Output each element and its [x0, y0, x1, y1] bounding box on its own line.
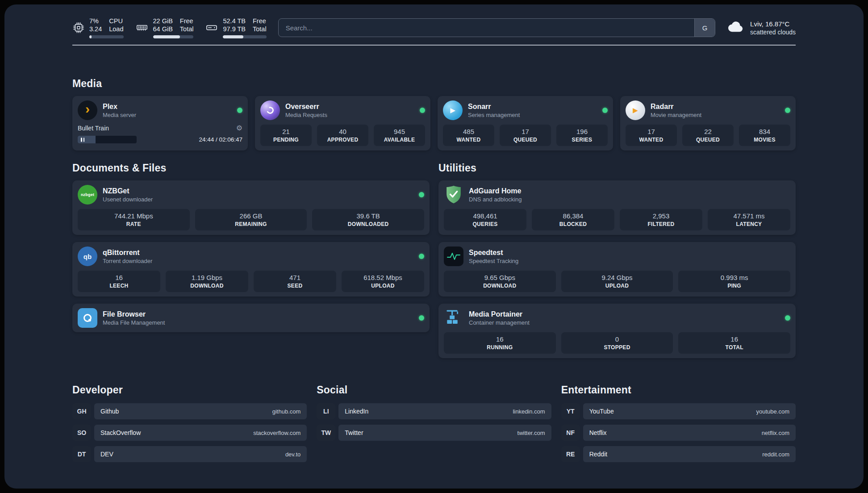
- plex-icon: ›: [78, 100, 97, 120]
- section-entertainment: Entertainment YT YouTube youtube.com NF …: [561, 384, 796, 462]
- pause-icon[interactable]: [81, 138, 84, 142]
- service-name: Sonarr: [468, 103, 520, 111]
- section-developer: Developer GH Github github.com SO StackO…: [72, 384, 307, 462]
- gear-icon[interactable]: ⚙: [236, 124, 242, 132]
- nzbget-icon: nzbget: [78, 185, 97, 205]
- bookmark-abbr: TW: [317, 425, 335, 441]
- weather-condition: scattered clouds: [750, 29, 796, 36]
- sonarr-icon: ▶: [443, 100, 463, 120]
- stat-pending: 21 PENDING: [260, 125, 312, 146]
- bookmark-url: reddit.com: [762, 451, 789, 458]
- bookmark-url: netflix.com: [762, 430, 789, 436]
- search-input[interactable]: [279, 19, 694, 37]
- weather-location: Lviv, 16.87°C: [750, 20, 796, 28]
- service-name: File Browser: [103, 310, 165, 318]
- service-card-qbittorrent[interactable]: qb qBittorrent Torrent downloader 16 LEE…: [72, 242, 430, 297]
- dashboard-panel: 7%3.24 CPULoad: [4, 4, 864, 489]
- section-utilities: Utilities: [438, 162, 796, 358]
- cpu-monitor: 7%3.24 CPULoad: [72, 17, 124, 38]
- bookmark-github[interactable]: GH Github github.com: [72, 403, 307, 419]
- service-card-adguard[interactable]: AdGuard Home DNS and adblocking 498,461 …: [438, 180, 796, 235]
- memory-progress-bar: [153, 35, 194, 38]
- status-dot: [785, 108, 790, 113]
- service-name: AdGuard Home: [469, 187, 522, 195]
- stat-running: 16 RUNNING: [444, 332, 556, 354]
- system-monitors: 7%3.24 CPULoad: [72, 17, 267, 38]
- service-name: NZBGet: [103, 187, 153, 195]
- service-name: Plex: [103, 103, 136, 111]
- stat-download: 9.65 Gbps DOWNLOAD: [444, 271, 556, 292]
- bookmark-stackoverflow[interactable]: SO StackOverflow stackoverflow.com: [72, 425, 307, 441]
- disk-progress-bar: [223, 35, 266, 38]
- stat-wanted: 17 WANTED: [626, 125, 677, 146]
- service-desc: Usenet downloader: [103, 196, 153, 203]
- bookmark-name: Github: [100, 408, 119, 415]
- status-dot: [419, 254, 424, 259]
- cpu-values: 7%3.24: [89, 17, 102, 33]
- search-provider-button[interactable]: G: [694, 19, 715, 37]
- stat-remaining: 266 GB REMAINING: [195, 209, 307, 230]
- filebrowser-icon: [78, 308, 97, 328]
- radarr-icon: ▶: [626, 100, 645, 120]
- bookmark-name: Twitter: [345, 429, 363, 436]
- stat-series: 196 SERIES: [556, 125, 608, 146]
- stat-blocked: 86,384 BLOCKED: [532, 209, 614, 230]
- bookmark-url: stackoverflow.com: [253, 430, 300, 436]
- service-card-filebrowser[interactable]: File Browser Media File Management: [72, 304, 430, 332]
- service-card-portainer[interactable]: Media Portainer Container management 16 …: [438, 304, 796, 358]
- playback-progress-bar[interactable]: [78, 136, 137, 143]
- stat-movies: 834 MOVIES: [739, 125, 790, 146]
- screen: 7%3.24 CPULoad: [0, 0, 868, 493]
- search-bar: G: [278, 18, 715, 37]
- service-desc: Media File Management: [103, 319, 165, 326]
- disk-monitor: 52.4 TB97.9 TB FreeTotal: [205, 17, 266, 38]
- bookmark-twitter[interactable]: TW Twitter twitter.com: [317, 425, 551, 441]
- stat-download: 1.19 Gbps DOWNLOAD: [166, 271, 248, 292]
- status-dot: [602, 108, 608, 113]
- bookmark-dev[interactable]: DT DEV dev.to: [72, 446, 307, 462]
- bookmark-url: youtube.com: [756, 408, 789, 415]
- stat-filtered: 2,953 FILTERED: [620, 209, 702, 230]
- cpu-chip-icon: [72, 21, 85, 34]
- service-card-plex[interactable]: › Plex Media server Bullet Train ⚙: [72, 96, 248, 150]
- service-desc: Media server: [103, 112, 136, 118]
- section-title-social: Social: [317, 384, 551, 396]
- topbar-divider: [72, 45, 796, 46]
- playback-time: 24:44 / 02:06:47: [199, 136, 242, 143]
- service-card-nzbget[interactable]: nzbget NZBGet Usenet downloader 744.21 M…: [72, 180, 430, 235]
- stat-queued: 17 QUEUED: [500, 125, 551, 146]
- disk-values: 52.4 TB97.9 TB: [223, 17, 246, 33]
- bookmark-name: Reddit: [589, 451, 607, 458]
- service-card-sonarr[interactable]: ▶ Sonarr Series management 485 WANTED 17…: [438, 96, 613, 150]
- qbittorrent-icon: qb: [78, 246, 97, 266]
- bookmark-youtube[interactable]: YT YouTube youtube.com: [561, 403, 796, 419]
- service-name: Media Portainer: [469, 310, 530, 318]
- service-card-overseerr[interactable]: Overseerr Media Requests 21 PENDING 40 A…: [255, 96, 430, 150]
- portainer-crane-icon: [444, 308, 463, 328]
- bookmark-linkedin[interactable]: LI LinkedIn linkedin.com: [317, 403, 551, 419]
- service-name: Radarr: [651, 103, 701, 111]
- stat-rate: 744.21 Mbps RATE: [78, 209, 190, 230]
- bookmark-abbr: RE: [561, 446, 580, 462]
- bookmark-url: twitter.com: [517, 430, 545, 436]
- weather-widget[interactable]: Lviv, 16.87°C scattered clouds: [727, 20, 796, 36]
- section-media: Media › Plex Media server Bullet Train ⚙: [72, 78, 796, 150]
- bookmark-netflix[interactable]: NF Netflix netflix.com: [561, 425, 796, 441]
- speedtest-graph-icon: [444, 246, 463, 266]
- adguard-shield-icon: [444, 185, 463, 205]
- service-card-speedtest[interactable]: Speedtest Speedtest Tracking 9.65 Gbps D…: [438, 242, 796, 297]
- bookmark-reddit[interactable]: RE Reddit reddit.com: [561, 446, 796, 462]
- service-desc: Speedtest Tracking: [469, 258, 518, 264]
- memory-monitor: 22 GiB64 GiB FreeTotal: [135, 17, 194, 38]
- stat-ping: 0.993 ms PING: [678, 271, 790, 292]
- service-card-radarr[interactable]: ▶ Radarr Movie management 17 WANTED 22 Q…: [620, 96, 796, 150]
- status-dot: [785, 315, 790, 321]
- disk-labels: FreeTotal: [253, 17, 267, 33]
- stat-seed: 471 SEED: [254, 271, 336, 292]
- stat-downloaded: 39.6 TB DOWNLOADED: [312, 209, 424, 230]
- stat-queries: 498,461 QUERIES: [444, 209, 526, 230]
- section-documents: Documents & Files nzbget NZBGet Usenet d…: [72, 162, 430, 332]
- section-title-media: Media: [72, 78, 796, 90]
- stat-available: 945 AVAILABLE: [374, 125, 425, 146]
- bookmark-abbr: LI: [317, 403, 335, 419]
